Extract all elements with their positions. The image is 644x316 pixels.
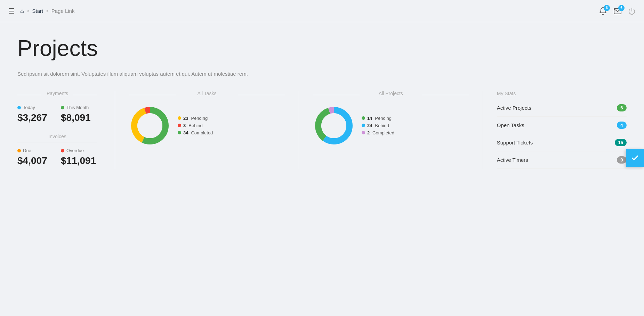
projects-completed-label: Completed xyxy=(372,130,394,135)
my-stats-title: My Stats xyxy=(497,91,627,99)
projects-behind-legend: 24 Behind xyxy=(362,123,394,128)
all-projects-title: All Projects xyxy=(313,91,469,99)
tasks-completed-dot xyxy=(178,131,181,134)
messages-button[interactable]: 6 xyxy=(613,7,622,15)
notifications-badge: 6 xyxy=(604,5,610,11)
main-content: Projects Sed ipsum sit dolorem sint. Vol… xyxy=(0,22,644,183)
active-timers-badge: 0 xyxy=(617,156,627,164)
projects-behind-dot xyxy=(362,124,365,127)
overdue-dot xyxy=(61,149,64,152)
projects-completed-legend: 2 Completed xyxy=(362,130,394,135)
tasks-behind-dot xyxy=(178,124,181,127)
tasks-completed-legend: 34 Completed xyxy=(178,130,213,135)
breadcrumb-start[interactable]: Start xyxy=(32,8,43,14)
tasks-behind-count: 3 xyxy=(183,123,186,128)
tasks-pending-count: 23 xyxy=(183,116,188,121)
tasks-behind-label: Behind xyxy=(188,123,202,128)
all-projects-donut-wrapper: 14 Pending 24 Behind 2 Completed xyxy=(313,105,469,148)
breadcrumb-sep-1: > xyxy=(27,8,30,14)
month-value: $8,091 xyxy=(61,112,97,123)
all-tasks-legend: 23 Pending 3 Behind 34 Completed xyxy=(178,116,213,138)
active-projects-label: Active Projects xyxy=(497,105,531,111)
projects-behind-count: 24 xyxy=(367,123,372,128)
open-tasks-label: Open Tasks xyxy=(497,122,524,128)
payments-today: Today $3,267 xyxy=(17,105,54,123)
tasks-completed-count: 34 xyxy=(183,130,188,135)
hamburger-menu[interactable]: ☰ xyxy=(8,7,15,15)
divider-2 xyxy=(299,91,299,169)
divider-3 xyxy=(483,91,483,169)
due-dot xyxy=(17,149,21,152)
header: ☰ ⌂ > Start > Page Link 6 6 xyxy=(0,0,644,22)
payments-title: Payments xyxy=(17,91,97,99)
due-value: $4,007 xyxy=(17,155,54,166)
invoices-due: Due $4,007 xyxy=(17,148,54,166)
page-subtitle: Sed ipsum sit dolorem sint. Voluptates i… xyxy=(17,71,627,77)
today-dot xyxy=(17,106,21,109)
active-projects-badge: 6 xyxy=(617,104,627,111)
tasks-pending-label: Pending xyxy=(191,116,208,121)
tasks-behind-legend: 3 Behind xyxy=(178,123,213,128)
header-left: ☰ ⌂ > Start > Page Link xyxy=(8,7,74,15)
month-legend: This Month xyxy=(61,105,97,110)
invoices-body: Due $4,007 Overdue $11,091 xyxy=(17,148,97,166)
stat-row-active-timers: Active Timers 0 xyxy=(497,151,627,169)
svg-point-4 xyxy=(137,113,162,138)
tasks-pending-legend: 23 Pending xyxy=(178,116,213,121)
today-label: Today xyxy=(23,105,35,110)
projects-completed-count: 2 xyxy=(367,130,370,135)
svg-point-8 xyxy=(321,113,346,138)
breadcrumb-current: Page Link xyxy=(51,8,75,14)
invoices-overdue: Overdue $11,091 xyxy=(61,148,97,166)
overdue-legend: Overdue xyxy=(61,148,97,153)
today-legend: Today xyxy=(17,105,54,110)
projects-pending-dot xyxy=(362,116,365,120)
payments-body: Today $3,267 This Month $8,091 xyxy=(17,105,97,123)
active-timers-label: Active Timers xyxy=(497,157,528,163)
divider-1 xyxy=(115,91,115,169)
all-projects-card: All Projects 14 xyxy=(306,91,476,148)
support-tickets-label: Support Tickets xyxy=(497,140,533,145)
power-button[interactable] xyxy=(628,7,636,15)
page-title: Projects xyxy=(17,36,627,60)
invoices-title: Invoices xyxy=(17,134,97,142)
all-projects-legend: 14 Pending 24 Behind 2 Completed xyxy=(362,116,394,138)
overdue-value: $11,091 xyxy=(61,155,97,166)
invoices-section: Invoices Due $4,007 Overdue xyxy=(17,134,97,166)
stat-row-active-projects: Active Projects 6 xyxy=(497,99,627,117)
payments-card: Payments Today $3,267 This Month $8,091 xyxy=(17,91,108,166)
header-right: 6 6 xyxy=(599,7,636,15)
due-label: Due xyxy=(23,148,31,153)
today-value: $3,267 xyxy=(17,112,54,123)
month-label: This Month xyxy=(66,105,89,110)
all-tasks-card: All Tasks 23 xyxy=(122,91,292,148)
tasks-completed-label: Completed xyxy=(191,130,213,135)
messages-badge: 6 xyxy=(618,5,625,11)
month-dot xyxy=(61,106,64,109)
stat-row-open-tasks: Open Tasks 4 xyxy=(497,117,627,134)
home-icon[interactable]: ⌂ xyxy=(20,7,24,15)
my-stats-card: My Stats Active Projects 6 Open Tasks 4 … xyxy=(490,91,627,169)
projects-pending-legend: 14 Pending xyxy=(362,116,394,121)
projects-pending-label: Pending xyxy=(375,116,392,121)
overdue-label: Overdue xyxy=(66,148,84,153)
all-tasks-title: All Tasks xyxy=(129,91,285,99)
breadcrumb-sep-2: > xyxy=(46,8,49,14)
projects-behind-label: Behind xyxy=(375,123,389,128)
all-tasks-donut-wrapper: 23 Pending 3 Behind 34 Completed xyxy=(129,105,285,148)
stats-row: Payments Today $3,267 This Month $8,091 xyxy=(17,91,627,169)
all-projects-donut xyxy=(313,105,355,148)
projects-completed-dot xyxy=(362,131,365,134)
support-tickets-badge: 15 xyxy=(615,139,627,146)
payments-month: This Month $8,091 xyxy=(61,105,97,123)
notifications-button[interactable]: 6 xyxy=(599,7,607,15)
all-tasks-donut xyxy=(129,105,171,148)
due-legend: Due xyxy=(17,148,54,153)
tasks-pending-dot xyxy=(178,116,181,120)
open-tasks-badge: 4 xyxy=(617,122,627,129)
stat-row-support-tickets: Support Tickets 15 xyxy=(497,134,627,151)
projects-pending-count: 14 xyxy=(367,116,372,121)
fab-button[interactable] xyxy=(626,149,644,167)
